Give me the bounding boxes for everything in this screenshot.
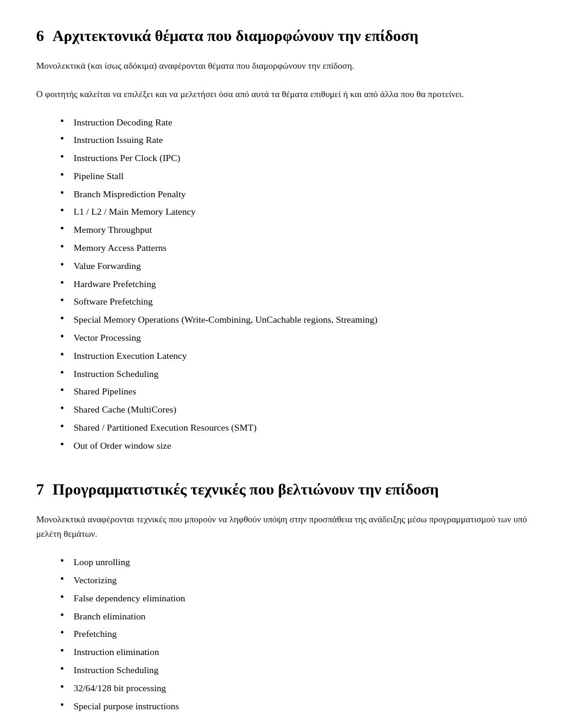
list-item: Special Memory Operations (Write-Combini… — [60, 312, 543, 328]
list-item: Instructions Per Clock (IPC) — [60, 151, 543, 166]
section-6-intro1: Μονολεκτικά (και ίσως αδόκιμα) αναφέροντ… — [36, 59, 543, 74]
list-item: Special purpose instructions — [60, 699, 543, 714]
list-item: Branch Misprediction Penalty — [60, 187, 543, 202]
list-item: Shared Pipelines — [60, 384, 543, 399]
list-item: Prefetching — [60, 627, 543, 642]
section-7-list: Loop unrollingVectorizingFalse dependenc… — [60, 555, 543, 714]
list-item: Branch elimination — [60, 609, 543, 624]
section-7: 7 Προγραμματιστικές τεχνικές που βελτιών… — [36, 478, 543, 714]
list-item: False dependency elimination — [60, 591, 543, 606]
list-item: Value Forwarding — [60, 259, 543, 274]
list-item: Pipeline Stall — [60, 169, 543, 184]
section-7-title: Προγραμματιστικές τεχνικές που βελτιώνου… — [52, 478, 439, 501]
list-item: Instruction Execution Latency — [60, 349, 543, 364]
list-item: Instruction Scheduling — [60, 367, 543, 382]
section-6-intro2: Ο φοιτητής καλείται να επιλέξει και να μ… — [36, 87, 543, 102]
section-7-heading: 7 Προγραμματιστικές τεχνικές που βελτιών… — [36, 478, 543, 501]
list-item: Memory Access Patterns — [60, 241, 543, 256]
list-item: Software Prefetching — [60, 294, 543, 309]
list-item: Shared Cache (MultiCores) — [60, 402, 543, 417]
section-6-list: Instruction Decoding RateInstruction Iss… — [60, 115, 543, 454]
list-item: Vectorizing — [60, 573, 543, 588]
list-item: Out of Order window size — [60, 438, 543, 454]
list-item: Instruction Scheduling — [60, 663, 543, 678]
list-item: Shared / Partitioned Execution Resources… — [60, 420, 543, 435]
list-item: Instruction Decoding Rate — [60, 115, 543, 130]
list-item: Hardware Prefetching — [60, 277, 543, 292]
section-6-number: 6 — [36, 24, 44, 48]
section-6: 6 Αρχιτεκτονικά θέματα που διαμορφώνουν … — [36, 24, 543, 454]
list-item: Loop unrolling — [60, 555, 543, 570]
list-item: Memory Throughput — [60, 223, 543, 238]
section-7-number: 7 — [36, 478, 44, 501]
section-6-title: Αρχιτεκτονικά θέματα που διαμορφώνουν τη… — [52, 24, 419, 48]
list-item: Instruction Issuing Rate — [60, 133, 543, 148]
section-6-heading: 6 Αρχιτεκτονικά θέματα που διαμορφώνουν … — [36, 24, 543, 48]
list-item: L1 / L2 / Main Memory Latency — [60, 204, 543, 220]
list-item: Vector Processing — [60, 331, 543, 346]
section-7-intro: Μονολεκτικά αναφέρονται τεχνικές που μπο… — [36, 512, 543, 542]
list-item: 32/64/128 bit processing — [60, 681, 543, 696]
list-item: Instruction elimination — [60, 645, 543, 660]
